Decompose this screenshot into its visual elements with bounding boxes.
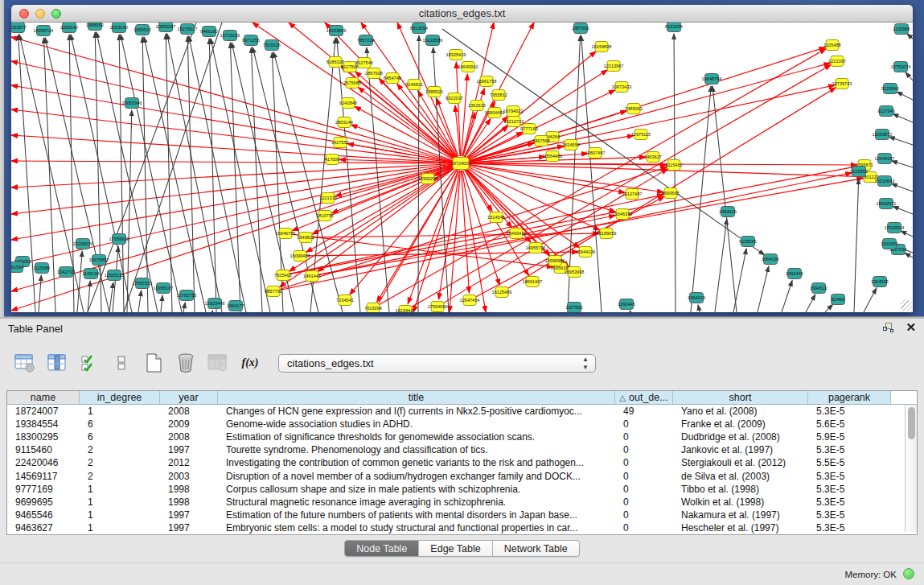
table-row[interactable]: 1872400712008Changes of HCN gene express… — [7, 405, 917, 418]
edge — [889, 137, 913, 145]
edge — [864, 288, 877, 312]
tab-edge-table[interactable]: Edge Table — [419, 541, 492, 556]
memory-ok-indicator[interactable] — [903, 568, 914, 579]
edge — [397, 84, 457, 158]
edge — [161, 295, 162, 312]
node-label: 12647454 — [460, 298, 480, 303]
node-label: 12505115 — [105, 273, 124, 278]
new-table-button[interactable] — [143, 352, 164, 373]
edge — [893, 206, 913, 214]
table-cell: 1 — [80, 496, 160, 509]
node-label: 1694419 — [688, 295, 705, 300]
table-row[interactable]: 1938455462009Genome-wide association stu… — [7, 418, 917, 431]
table-cell: Changes of HCN gene expression and I(f) … — [218, 405, 615, 418]
import-table-button-disabled — [207, 352, 228, 373]
table-row[interactable]: 1456911722003Disruption of a novel membe… — [7, 470, 917, 483]
column-header-out_de[interactable]: △out_de... — [615, 391, 673, 404]
table-row[interactable]: 946362711997Embryonic stem cells: a mode… — [7, 521, 917, 534]
edge — [144, 37, 206, 312]
resize-grip[interactable] — [901, 300, 912, 311]
node-label: 417008 — [325, 157, 340, 162]
column-header-year[interactable]: year — [160, 391, 218, 404]
edge — [715, 219, 727, 312]
node-label: 3624554 — [562, 142, 580, 147]
column-header-pagerank[interactable]: pagerank — [808, 391, 891, 404]
network-window-titlebar[interactable]: citations_edges.txt — [11, 5, 913, 23]
table-settings-button[interactable] — [14, 352, 35, 373]
edge — [45, 38, 109, 312]
tab-node-table[interactable]: Node Table — [345, 541, 419, 556]
citation-network-graph[interactable]: 1872400720558771405572420691401986092205… — [11, 23, 913, 312]
network-canvas[interactable]: 1872400720558771405572420691401986092205… — [11, 23, 913, 312]
column-header-short[interactable]: short — [673, 391, 808, 404]
close-panel-icon[interactable]: ✕ — [906, 322, 916, 333]
table-row[interactable]: 969969511998Structural magnetic resonanc… — [7, 496, 917, 509]
node-label: 9466160 — [200, 29, 218, 34]
edge — [138, 290, 142, 312]
table-cell: 2 — [80, 443, 160, 456]
show-column-button[interactable] — [47, 352, 68, 373]
table-cell: 2 — [80, 470, 160, 483]
node-label: 16961758 — [477, 79, 497, 84]
select-columns-button[interactable] — [79, 352, 100, 373]
column-header-title[interactable]: title — [218, 391, 615, 404]
table-cell: 2008 — [160, 405, 218, 418]
row-height-button[interactable] — [111, 352, 132, 373]
network-window[interactable]: citations_edges.txt 18724007205587714055… — [11, 5, 913, 312]
node-label: 10973433 — [612, 84, 632, 89]
table-cell: 0 — [615, 496, 673, 509]
table-row[interactable]: 977716911998Corpus callosum shape and si… — [7, 483, 917, 496]
table-cell: 1997 — [160, 521, 218, 534]
table-cell: 6 — [80, 418, 160, 431]
node-label: 2053140 — [110, 25, 128, 30]
edge — [209, 39, 216, 312]
column-header-in_degree[interactable]: in_degree — [80, 391, 160, 404]
node-label: 1810755 — [316, 213, 334, 218]
table-cell: 2008 — [160, 431, 218, 443]
table-cell: 9463627 — [7, 521, 80, 534]
node-label: 3215953 — [850, 169, 868, 174]
edge — [187, 36, 195, 312]
table-cell: Investigating the contribution of common… — [218, 456, 615, 469]
tab-network-table[interactable]: Network Table — [493, 541, 579, 556]
table-cell: Tourette syndrome. Phenomenology and cla… — [218, 443, 615, 456]
table-row[interactable]: 911546021997Tourette syndrome. Phenomeno… — [7, 443, 917, 456]
node-label: 17957253 — [133, 281, 153, 286]
node-label: 1292445 — [618, 302, 635, 307]
node-label: 20564486 — [543, 154, 563, 159]
edge — [418, 35, 419, 312]
node-label: 30975887 — [89, 257, 109, 262]
table-cell: 0 — [615, 456, 673, 469]
table-row[interactable]: 1830029562008Estimation of significance … — [7, 431, 917, 443]
edge — [450, 171, 460, 312]
node-label: 20206576 — [73, 241, 93, 246]
table-header-row[interactable]: namein_degreeyeartitle△out_de...shortpag… — [7, 391, 917, 405]
node-table: namein_degreeyeartitle△out_de...shortpag… — [6, 390, 918, 535]
edge — [698, 305, 700, 312]
node-label: 10958107 — [154, 286, 174, 290]
float-panel-icon[interactable] — [883, 322, 894, 333]
node-label: 2887682 — [572, 26, 589, 31]
node-label: 16640910 — [458, 64, 478, 69]
table-selector-dropdown[interactable]: citations_edges.txt ▲▼ — [278, 354, 596, 373]
node-label: 16794023 — [503, 109, 524, 113]
dropdown-stepper-icon: ▲▼ — [582, 356, 589, 372]
table-row[interactable]: 946554611997Estimation of the future num… — [7, 509, 917, 521]
sort-ascending-icon: △ — [619, 393, 626, 402]
node-label: 18661407 — [523, 279, 543, 284]
node-label: 2803144 — [335, 120, 353, 125]
node-label: 16154808 — [592, 44, 612, 49]
node-label: 1145194 — [82, 271, 99, 276]
function-builder-button[interactable]: f(x) — [240, 352, 261, 373]
table-cell: Structural magnetic resonance image aver… — [218, 496, 615, 509]
scrollbar-thumb[interactable] — [908, 407, 915, 439]
node-label: 18325419 — [446, 52, 466, 57]
network-window-title: citations_edges.txt — [11, 7, 913, 19]
node-label: 8454749 — [384, 76, 401, 80]
column-header-name[interactable]: name — [7, 391, 80, 404]
vertical-scrollbar[interactable] — [905, 405, 917, 532]
edge — [11, 164, 454, 214]
delete-table-button[interactable] — [175, 352, 196, 373]
network-view-desktop: citations_edges.txt 18724007205587714055… — [0, 0, 924, 317]
table-row[interactable]: 2242004622012Investigating the contribut… — [7, 456, 917, 469]
